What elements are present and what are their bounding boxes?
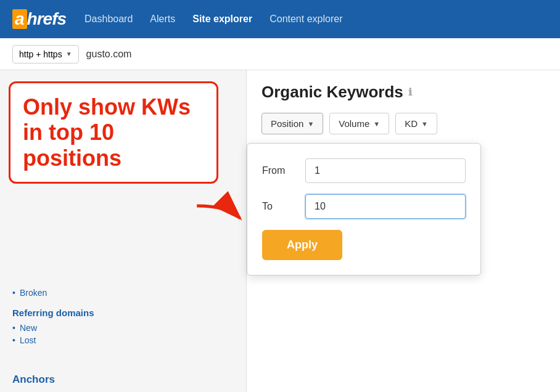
logo-a-letter: a (12, 9, 27, 29)
sidebar-items: Broken Referring domains New Lost (12, 287, 94, 355)
logo[interactable]: a hrefs (12, 9, 66, 29)
sidebar: Only show KWs in top 10 positions Broken… (0, 70, 247, 392)
annotation-box: Only show KWs in top 10 positions (9, 81, 218, 184)
main-area: Only show KWs in top 10 positions Broken… (0, 70, 560, 392)
sidebar-section-referring: Referring domains New Lost (12, 308, 94, 346)
to-input[interactable] (305, 194, 466, 219)
url-bar: http + https ▼ (0, 38, 560, 70)
kd-filter-button[interactable]: KD ▼ (395, 113, 437, 134)
apply-button[interactable]: Apply (262, 230, 342, 260)
volume-filter-label: Volume (339, 118, 369, 129)
protocol-dropdown[interactable]: http + https ▼ (12, 45, 79, 63)
protocol-value: http + https (19, 49, 62, 59)
to-label: To (262, 201, 305, 212)
page-title-text: Organic Keywords (261, 83, 403, 102)
to-row: To (262, 194, 466, 219)
kd-filter-label: KD (405, 118, 418, 129)
sidebar-item-lost[interactable]: Lost (12, 334, 94, 346)
nav-content-explorer[interactable]: Content explorer (270, 14, 342, 25)
info-icon[interactable]: ℹ (408, 86, 412, 98)
top-nav: a hrefs Dashboard Alerts Site explorer C… (0, 0, 560, 38)
domain-input[interactable] (86, 49, 271, 60)
sidebar-item-broken[interactable]: Broken (12, 287, 94, 299)
from-row: From (262, 158, 466, 183)
volume-filter-button[interactable]: Volume ▼ (329, 113, 389, 134)
nav-links: Dashboard Alerts Site explorer Content e… (84, 14, 342, 25)
sidebar-section-broken: Broken (12, 287, 94, 299)
position-filter-dropdown: From To Apply (247, 143, 481, 276)
kd-filter-chevron-icon: ▼ (421, 120, 428, 128)
position-filter-label: Position (271, 118, 303, 129)
position-filter-button[interactable]: Position ▼ (261, 113, 323, 134)
sidebar-item-new[interactable]: New (12, 322, 94, 334)
anchors-label[interactable]: Anchors (12, 367, 55, 392)
from-label: From (262, 165, 305, 176)
volume-filter-chevron-icon: ▼ (373, 120, 380, 128)
filter-row: Position ▼ Volume ▼ KD ▼ (261, 113, 545, 134)
nav-site-explorer[interactable]: Site explorer (192, 14, 252, 25)
content-panel: Organic Keywords ℹ Position ▼ Volume ▼ K… (247, 70, 560, 392)
sidebar-section-title-referring: Referring domains (12, 308, 94, 318)
logo-hrefs-text: hrefs (27, 9, 66, 29)
protocol-chevron-icon: ▼ (66, 51, 72, 57)
position-filter-chevron-icon: ▼ (307, 120, 314, 128)
annotation-text: Only show KWs in top 10 positions (23, 94, 204, 171)
nav-alerts[interactable]: Alerts (150, 14, 175, 25)
nav-dashboard[interactable]: Dashboard (84, 14, 133, 25)
from-input[interactable] (305, 158, 466, 183)
page-title: Organic Keywords ℹ (261, 83, 545, 102)
